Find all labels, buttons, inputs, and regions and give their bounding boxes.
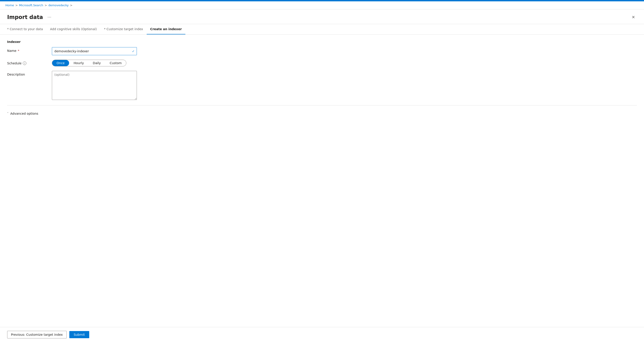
name-input-wrapper: ✓ — [52, 47, 137, 55]
previous-button[interactable]: Previous: Customize target index — [7, 331, 67, 338]
breadcrumb-home[interactable]: Home — [5, 4, 14, 7]
description-field-container — [52, 71, 137, 101]
description-form-row: Description — [7, 71, 637, 101]
schedule-once-button[interactable]: Once — [52, 60, 69, 66]
breadcrumb-sep-2: > — [44, 4, 47, 7]
tab-connect[interactable]: * Connect to your data — [7, 24, 46, 34]
tab-indexer[interactable]: Create an indexer — [147, 24, 185, 34]
submit-button[interactable]: Submit — [69, 331, 90, 338]
schedule-daily-button[interactable]: Daily — [88, 60, 105, 66]
schedule-info-icon[interactable]: i — [23, 62, 26, 65]
page-title: Import data — [7, 14, 43, 20]
name-field-container: ✓ — [52, 47, 137, 55]
more-options-button[interactable]: ··· — [46, 14, 53, 20]
page-title-row: Import data ··· — [7, 14, 53, 20]
page-container: Import data ··· ✕ * Connect to your data… — [0, 10, 644, 342]
tab-cognitive[interactable]: Add cognitive skills (Optional) — [46, 24, 100, 34]
schedule-custom-button[interactable]: Custom — [105, 60, 126, 66]
description-textarea[interactable] — [52, 71, 137, 100]
schedule-button-group: Once Hourly Daily Custom — [52, 60, 126, 66]
input-check-icon: ✓ — [132, 50, 134, 53]
section-indexer-label: Indexer — [7, 40, 637, 44]
advanced-options-toggle[interactable]: ˅ Advanced options — [7, 109, 637, 118]
description-label: Description — [7, 71, 52, 76]
breadcrumb-demovedecky[interactable]: demovedecky — [48, 4, 69, 7]
tab-customize[interactable]: * Customize target index — [100, 24, 147, 34]
close-button[interactable]: ✕ — [630, 14, 637, 20]
name-required-star: * — [18, 49, 19, 52]
page-header: Import data ··· ✕ — [0, 10, 644, 24]
content-area: Indexer Name * ✓ Schedule i Once — [0, 35, 644, 327]
breadcrumb-sep-3: > — [70, 4, 72, 7]
name-label: Name * — [7, 47, 52, 52]
breadcrumb-sep-1: > — [15, 4, 18, 7]
footer: Previous: Customize target index Submit — [0, 327, 644, 342]
breadcrumb-search[interactable]: Microsoft.Search — [19, 4, 43, 7]
schedule-field-container: Once Hourly Daily Custom — [52, 60, 137, 66]
schedule-label-container: Schedule i — [7, 60, 52, 65]
section-divider — [7, 105, 637, 106]
advanced-options-label: Advanced options — [10, 112, 38, 115]
name-form-row: Name * ✓ — [7, 47, 637, 55]
tabs-container: * Connect to your data Add cognitive ski… — [0, 24, 644, 35]
schedule-form-row: Schedule i Once Hourly Daily Custom — [7, 60, 637, 66]
advanced-chevron-icon: ˅ — [7, 112, 8, 115]
schedule-hourly-button[interactable]: Hourly — [69, 60, 88, 66]
breadcrumb: Home > Microsoft.Search > demovedecky > — [0, 1, 644, 10]
name-input[interactable] — [52, 47, 137, 55]
